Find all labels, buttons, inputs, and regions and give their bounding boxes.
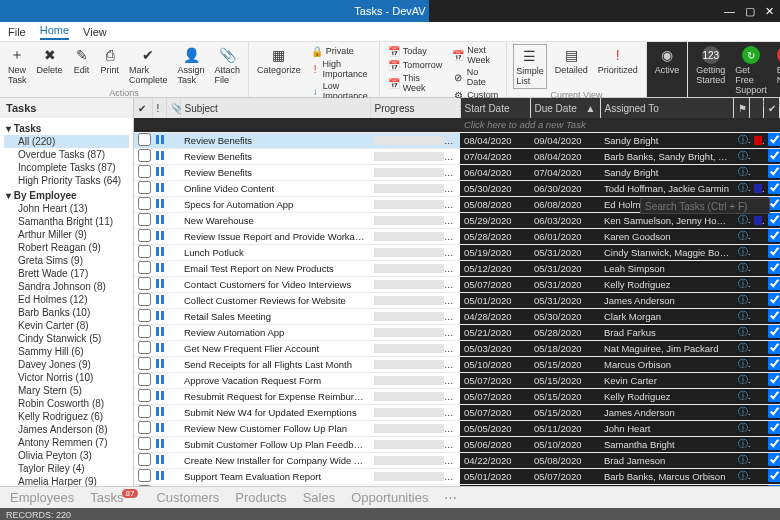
flag-icon[interactable]: ⓘ [738, 182, 750, 193]
buy-now-button[interactable]: $Buy Now [775, 44, 780, 87]
assign-task-button[interactable]: 👤Assign Task [176, 44, 207, 87]
row-checkbox[interactable] [138, 469, 151, 482]
column-header-assigned[interactable]: Assigned To [600, 98, 734, 118]
sidebar-item[interactable]: Robin Cosworth (8) [4, 397, 129, 410]
row-checkbox[interactable] [138, 213, 151, 226]
attach-file-button[interactable]: 📎Attach File [213, 44, 243, 87]
sidebar-item[interactable]: John Heart (13) [4, 202, 129, 215]
sidebar-item[interactable]: Samantha Bright (11) [4, 215, 129, 228]
done-checkbox[interactable] [768, 293, 780, 306]
edit-button[interactable]: ✎Edit [71, 44, 93, 77]
flag-icon[interactable]: ⓘ [738, 326, 750, 337]
detailed-button[interactable]: ▤Detailed [553, 44, 590, 77]
row-checkbox[interactable] [138, 277, 151, 290]
row-checkbox[interactable] [138, 421, 151, 434]
done-checkbox[interactable] [768, 405, 780, 418]
row-checkbox[interactable] [138, 165, 151, 178]
row-checkbox[interactable] [138, 197, 151, 210]
task-grid[interactable]: ✔!📎SubjectProgressStart DateDue Date ▲As… [134, 98, 780, 486]
new-task-button[interactable]: ＋New Task [6, 44, 29, 87]
tab-products[interactable]: Products [235, 490, 286, 505]
done-checkbox[interactable] [768, 229, 780, 242]
flag-icon[interactable]: ⓘ [738, 134, 750, 145]
sidebar-item[interactable]: Sandra Johnson (8) [4, 280, 129, 293]
sidebar-item[interactable]: Brett Wade (17) [4, 267, 129, 280]
done-checkbox[interactable] [768, 261, 780, 274]
sidebar-item[interactable]: Olivia Peyton (3) [4, 449, 129, 462]
flag-icon[interactable]: ⓘ [738, 310, 750, 321]
row-checkbox[interactable] [138, 325, 151, 338]
table-row[interactable]: Lunch Potluck 25%05/19/202005/31/2020Cin… [134, 244, 780, 260]
simple-list-button[interactable]: ☰Simple List [513, 44, 547, 89]
done-checkbox[interactable] [768, 341, 780, 354]
done-checkbox[interactable] [768, 421, 780, 434]
row-checkbox[interactable] [138, 309, 151, 322]
table-row[interactable]: Email Test Report on New Products 75%05/… [134, 260, 780, 276]
table-row[interactable]: Contact Customers for Video Interviews 0… [134, 276, 780, 292]
row-checkbox[interactable] [138, 389, 151, 402]
today-button[interactable]: 📅Today [386, 44, 445, 58]
column-header-check[interactable]: ✔ [134, 98, 152, 118]
table-row[interactable]: Review Issue Report and Provide Workarou… [134, 228, 780, 244]
getting-started-button[interactable]: 123Getting Started [694, 44, 727, 87]
sidebar-item[interactable]: Sammy Hill (6) [4, 345, 129, 358]
column-header-priority[interactable]: ! [152, 98, 166, 118]
minimize-button[interactable]: — [724, 5, 735, 18]
done-checkbox[interactable] [768, 213, 780, 226]
menu-view[interactable]: View [83, 26, 107, 38]
categorize-button[interactable]: ▦Categorize [255, 44, 303, 77]
sidebar-item[interactable]: Antony Remmen (7) [4, 436, 129, 449]
done-checkbox[interactable] [768, 181, 780, 194]
sidebar-item[interactable]: Kelly Rodriguez (6) [4, 410, 129, 423]
sidebar-item[interactable]: Mary Stern (5) [4, 384, 129, 397]
column-header-start[interactable]: Start Date [460, 98, 530, 118]
table-row[interactable]: Resubmit Request for Expense Reimburseme… [134, 388, 780, 404]
done-checkbox[interactable] [768, 149, 780, 162]
done-checkbox[interactable] [768, 245, 780, 258]
sidebar-item[interactable]: ▾ By Employee [4, 189, 129, 202]
done-checkbox[interactable] [768, 357, 780, 370]
column-header-subject[interactable]: Subject [180, 98, 370, 118]
sidebar-item[interactable]: Overdue Tasks (87) [4, 148, 129, 161]
active-button[interactable]: ◉Active [653, 44, 682, 77]
sidebar-item[interactable]: Victor Norris (10) [4, 371, 129, 384]
done-checkbox[interactable] [768, 133, 780, 146]
prioritized-button[interactable]: !Prioritized [596, 44, 640, 77]
flag-icon[interactable]: ⓘ [738, 406, 750, 417]
flag-icon[interactable]: ⓘ [738, 342, 750, 353]
row-checkbox[interactable] [138, 181, 151, 194]
high-importance-button[interactable]: !High Importance [309, 58, 373, 80]
done-checkbox[interactable] [768, 325, 780, 338]
row-checkbox[interactable] [138, 149, 151, 162]
table-row[interactable]: Retail Sales Meeting 0%04/28/202005/30/2… [134, 308, 780, 324]
tab-tasks[interactable]: Tasks87 [90, 490, 140, 505]
mark-complete-button[interactable]: ✔Mark Complete [127, 44, 170, 87]
row-checkbox[interactable] [138, 229, 151, 242]
flag-icon[interactable]: ⓘ [738, 150, 750, 161]
maximize-button[interactable]: ▢ [745, 5, 755, 18]
sidebar-item[interactable]: Ed Holmes (12) [4, 293, 129, 306]
menu-home[interactable]: Home [40, 24, 69, 40]
table-row[interactable]: Submit New W4 for Updated Exemptions 50%… [134, 404, 780, 420]
flag-icon[interactable]: ⓘ [738, 374, 750, 385]
column-header-due[interactable]: Due Date ▲ [530, 98, 600, 118]
print-button[interactable]: ⎙Print [99, 44, 122, 77]
flag-icon[interactable]: ⓘ [738, 422, 750, 433]
column-header-flag[interactable]: ⚑ [734, 98, 750, 118]
sidebar-item[interactable]: High Priority Tasks (64) [4, 174, 129, 187]
table-row[interactable]: Get New Frequent Flier Account 10%05/03/… [134, 340, 780, 356]
row-checkbox[interactable] [138, 293, 151, 306]
flag-icon[interactable]: ⓘ [738, 166, 750, 177]
sidebar-item[interactable]: Cindy Stanwick (5) [4, 332, 129, 345]
flag-icon[interactable]: ⓘ [738, 246, 750, 257]
row-checkbox[interactable] [138, 133, 151, 146]
new-task-row[interactable]: Click here to add a new Task [460, 118, 780, 132]
done-checkbox[interactable] [768, 389, 780, 402]
sidebar-item[interactable]: Incomplete Tasks (87) [4, 161, 129, 174]
sidebar-item[interactable]: Amelia Harper (9) [4, 475, 129, 486]
table-row[interactable]: Review New Customer Follow Up Plan 75%05… [134, 420, 780, 436]
done-checkbox[interactable] [768, 165, 780, 178]
row-checkbox[interactable] [138, 485, 151, 487]
done-checkbox[interactable] [768, 309, 780, 322]
table-row[interactable]: Approve Vacation Request Form 0%05/07/20… [134, 372, 780, 388]
